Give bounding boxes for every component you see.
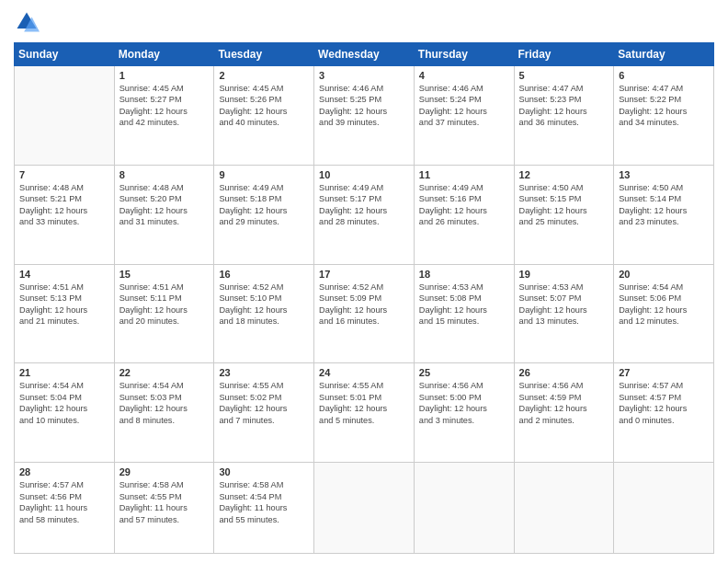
day-number: 19 [519,269,609,280]
day-number: 9 [219,169,309,180]
day-info: Sunrise: 4:51 AMSunset: 5:11 PMDaylight:… [119,282,210,327]
calendar-cell: 22Sunrise: 4:54 AMSunset: 5:03 PMDayligh… [114,363,214,463]
day-info: Sunrise: 4:47 AMSunset: 5:23 PMDaylight:… [519,83,609,129]
calendar-cell: 29Sunrise: 4:58 AMSunset: 4:55 PMDayligh… [114,463,214,554]
day-number: 17 [319,269,409,280]
day-info: Sunrise: 4:46 AMSunset: 5:24 PMDaylight:… [419,83,509,129]
day-number: 18 [419,269,509,280]
day-info: Sunrise: 4:52 AMSunset: 5:10 PMDaylight:… [219,282,309,327]
week-row-3: 21Sunrise: 4:54 AMSunset: 5:04 PMDayligh… [15,363,714,463]
logo [14,9,43,35]
header-row: SundayMondayTuesdayWednesdayThursdayFrid… [15,43,714,66]
calendar-cell [514,463,614,554]
calendar-cell [414,463,514,554]
day-number: 11 [419,169,509,180]
calendar-cell: 3Sunrise: 4:46 AMSunset: 5:25 PMDaylight… [314,66,415,166]
day-info: Sunrise: 4:48 AMSunset: 5:20 PMDaylight:… [119,182,210,228]
calendar-cell: 26Sunrise: 4:56 AMSunset: 4:59 PMDayligh… [514,363,614,463]
day-info: Sunrise: 4:46 AMSunset: 5:25 PMDaylight:… [319,83,409,129]
week-row-4: 28Sunrise: 4:57 AMSunset: 4:56 PMDayligh… [15,463,714,554]
day-number: 22 [119,367,210,378]
day-info: Sunrise: 4:51 AMSunset: 5:13 PMDaylight:… [19,282,109,327]
calendar-cell: 5Sunrise: 4:47 AMSunset: 5:23 PMDaylight… [514,66,614,166]
calendar-cell: 13Sunrise: 4:50 AMSunset: 5:14 PMDayligh… [614,165,714,264]
week-row-0: 1Sunrise: 4:45 AMSunset: 5:27 PMDaylight… [15,66,714,166]
calendar-cell: 10Sunrise: 4:49 AMSunset: 5:17 PMDayligh… [314,165,415,264]
calendar-cell: 21Sunrise: 4:54 AMSunset: 5:04 PMDayligh… [15,363,115,463]
day-info: Sunrise: 4:52 AMSunset: 5:09 PMDaylight:… [319,282,409,327]
calendar-cell: 14Sunrise: 4:51 AMSunset: 5:13 PMDayligh… [15,264,115,363]
day-number: 28 [19,466,109,477]
day-number: 14 [19,269,109,280]
day-number: 7 [19,169,109,180]
day-info: Sunrise: 4:48 AMSunset: 5:21 PMDaylight:… [19,182,109,228]
day-info: Sunrise: 4:55 AMSunset: 5:01 PMDaylight:… [319,380,409,426]
calendar-cell: 6Sunrise: 4:47 AMSunset: 5:22 PMDaylight… [614,66,714,166]
calendar-cell [614,463,714,554]
day-number: 3 [319,70,409,81]
day-number: 1 [119,70,210,81]
day-number: 6 [619,70,709,81]
day-number: 15 [119,269,210,280]
day-info: Sunrise: 4:54 AMSunset: 5:06 PMDaylight:… [619,282,709,327]
calendar-cell: 24Sunrise: 4:55 AMSunset: 5:01 PMDayligh… [314,363,415,463]
day-number: 29 [119,466,210,477]
calendar-cell: 25Sunrise: 4:56 AMSunset: 5:00 PMDayligh… [414,363,514,463]
day-info: Sunrise: 4:45 AMSunset: 5:26 PMDaylight:… [219,83,309,129]
day-info: Sunrise: 4:54 AMSunset: 5:03 PMDaylight:… [119,380,210,426]
day-number: 2 [219,70,309,81]
calendar-cell: 1Sunrise: 4:45 AMSunset: 5:27 PMDaylight… [114,66,214,166]
day-info: Sunrise: 4:55 AMSunset: 5:02 PMDaylight:… [219,380,309,426]
day-number: 20 [619,269,709,280]
calendar-cell: 28Sunrise: 4:57 AMSunset: 4:56 PMDayligh… [15,463,115,554]
day-number: 27 [619,367,709,378]
calendar-cell: 7Sunrise: 4:48 AMSunset: 5:21 PMDaylight… [15,165,115,264]
day-number: 30 [219,466,309,477]
calendar-cell: 27Sunrise: 4:57 AMSunset: 4:57 PMDayligh… [614,363,714,463]
day-info: Sunrise: 4:54 AMSunset: 5:04 PMDaylight:… [19,380,109,426]
calendar-table: SundayMondayTuesdayWednesdayThursdayFrid… [14,42,714,554]
day-info: Sunrise: 4:57 AMSunset: 4:57 PMDaylight:… [619,380,709,426]
calendar-cell: 18Sunrise: 4:53 AMSunset: 5:08 PMDayligh… [414,264,514,363]
calendar-cell: 15Sunrise: 4:51 AMSunset: 5:11 PMDayligh… [114,264,214,363]
calendar-cell: 17Sunrise: 4:52 AMSunset: 5:09 PMDayligh… [314,264,415,363]
col-header-thursday: Thursday [414,43,514,66]
day-info: Sunrise: 4:47 AMSunset: 5:22 PMDaylight:… [619,83,709,129]
calendar-cell: 2Sunrise: 4:45 AMSunset: 5:26 PMDaylight… [214,66,314,166]
col-header-tuesday: Tuesday [214,43,314,66]
week-row-2: 14Sunrise: 4:51 AMSunset: 5:13 PMDayligh… [15,264,714,363]
calendar-cell: 4Sunrise: 4:46 AMSunset: 5:24 PMDaylight… [414,66,514,166]
day-info: Sunrise: 4:57 AMSunset: 4:56 PMDaylight:… [19,479,109,525]
day-info: Sunrise: 4:49 AMSunset: 5:18 PMDaylight:… [219,182,309,228]
header [14,9,714,35]
day-info: Sunrise: 4:50 AMSunset: 5:15 PMDaylight:… [519,182,609,228]
col-header-wednesday: Wednesday [314,43,415,66]
calendar-cell [15,66,115,166]
day-info: Sunrise: 4:56 AMSunset: 4:59 PMDaylight:… [519,380,609,426]
day-number: 16 [219,269,309,280]
day-number: 10 [319,169,409,180]
day-number: 8 [119,169,210,180]
calendar-cell: 9Sunrise: 4:49 AMSunset: 5:18 PMDaylight… [214,165,314,264]
calendar-cell: 19Sunrise: 4:53 AMSunset: 5:07 PMDayligh… [514,264,614,363]
calendar-cell: 12Sunrise: 4:50 AMSunset: 5:15 PMDayligh… [514,165,614,264]
day-number: 21 [19,367,109,378]
page: SundayMondayTuesdayWednesdayThursdayFrid… [0,0,728,563]
day-info: Sunrise: 4:53 AMSunset: 5:08 PMDaylight:… [419,282,509,327]
logo-icon [14,9,40,35]
day-info: Sunrise: 4:50 AMSunset: 5:14 PMDaylight:… [619,182,709,228]
day-number: 24 [319,367,409,378]
calendar-cell: 30Sunrise: 4:58 AMSunset: 4:54 PMDayligh… [214,463,314,554]
day-info: Sunrise: 4:45 AMSunset: 5:27 PMDaylight:… [119,83,210,129]
day-info: Sunrise: 4:49 AMSunset: 5:17 PMDaylight:… [319,182,409,228]
col-header-saturday: Saturday [614,43,714,66]
calendar-cell [314,463,415,554]
calendar-cell: 11Sunrise: 4:49 AMSunset: 5:16 PMDayligh… [414,165,514,264]
day-number: 13 [619,169,709,180]
day-info: Sunrise: 4:56 AMSunset: 5:00 PMDaylight:… [419,380,509,426]
day-info: Sunrise: 4:58 AMSunset: 4:54 PMDaylight:… [219,479,309,525]
day-number: 25 [419,367,509,378]
calendar-cell: 8Sunrise: 4:48 AMSunset: 5:20 PMDaylight… [114,165,214,264]
calendar-cell: 23Sunrise: 4:55 AMSunset: 5:02 PMDayligh… [214,363,314,463]
day-info: Sunrise: 4:49 AMSunset: 5:16 PMDaylight:… [419,182,509,228]
